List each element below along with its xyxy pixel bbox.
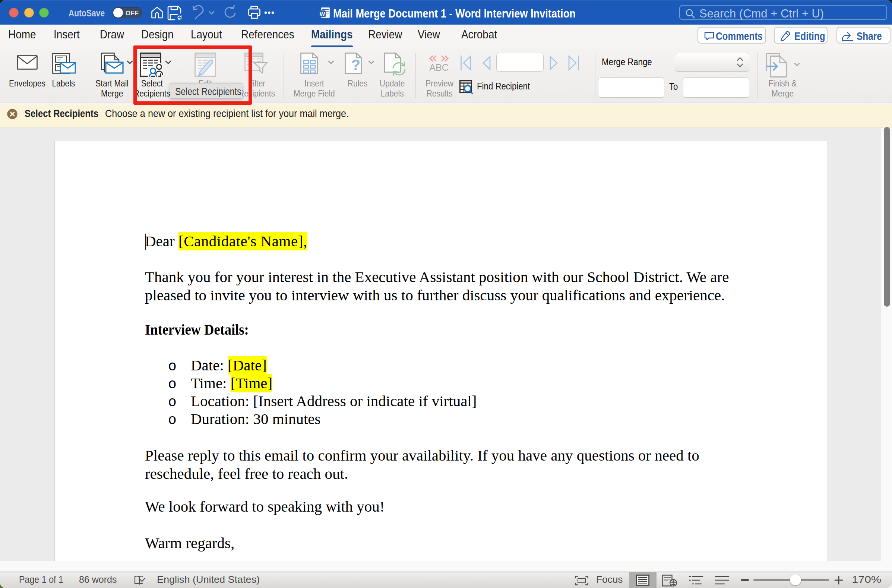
svg-text:W: W	[320, 11, 325, 17]
svg-text:ABC: ABC	[429, 62, 448, 73]
svg-text:?: ?	[351, 57, 360, 73]
